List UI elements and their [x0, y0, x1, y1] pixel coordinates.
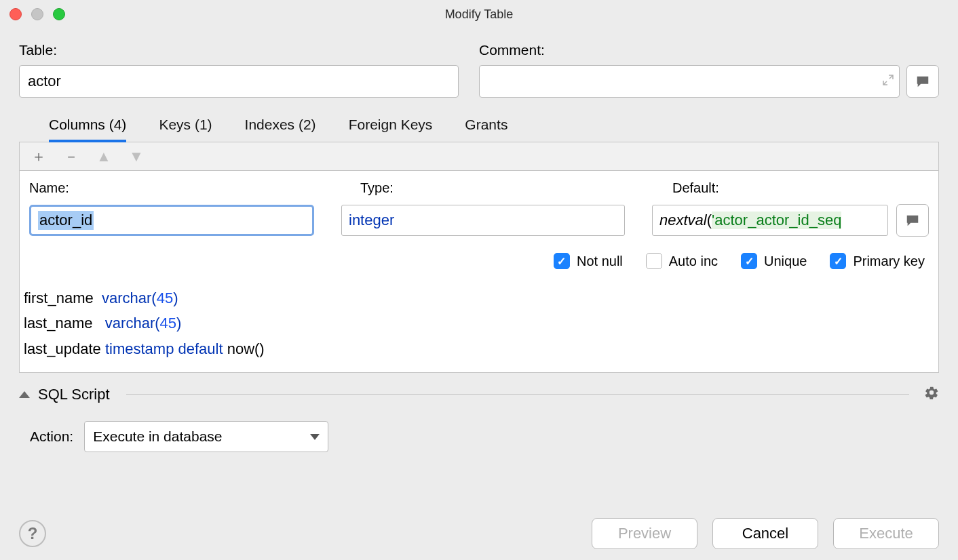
remove-icon[interactable]: －	[63, 148, 79, 165]
checkbox-checked-icon	[830, 253, 846, 269]
table-name-input[interactable]	[19, 65, 459, 98]
primarykey-label: Primary key	[853, 254, 925, 269]
move-up-icon[interactable]: ▲	[96, 148, 112, 165]
checkbox-checked-icon	[554, 253, 570, 269]
help-button[interactable]: ?	[19, 520, 46, 547]
comment-input[interactable]	[479, 65, 900, 98]
column-name-header: Name:	[29, 180, 333, 196]
titlebar: Modify Table	[0, 0, 958, 28]
primarykey-checkbox[interactable]: Primary key	[830, 253, 925, 269]
table-label: Table:	[19, 42, 459, 58]
list-item[interactable]: last_update timestamp default now()	[24, 336, 934, 361]
list-item[interactable]: last_name varchar(45)	[24, 311, 934, 336]
default-paren: (	[707, 212, 712, 229]
checkbox-checked-icon	[741, 253, 757, 269]
column-type-header: Type:	[360, 180, 645, 196]
add-icon[interactable]: ＋	[31, 148, 47, 165]
action-label: Action:	[30, 428, 73, 445]
column-name-value: actor_id	[38, 211, 94, 230]
comment-dialog-button[interactable]	[906, 65, 939, 98]
unique-checkbox[interactable]: Unique	[741, 253, 807, 269]
window-title: Modify Table	[0, 7, 958, 22]
autoinc-label: Auto inc	[669, 254, 718, 269]
default-fn: nextval	[659, 212, 707, 229]
unique-label: Unique	[764, 254, 807, 269]
checkbox-unchecked-icon	[646, 253, 662, 269]
expand-icon[interactable]	[883, 75, 894, 88]
column-default-header: Default:	[672, 180, 929, 196]
preview-button[interactable]: Preview	[592, 518, 697, 549]
tab-keys[interactable]: Keys (1)	[159, 117, 212, 142]
gear-icon	[924, 385, 939, 400]
divider	[126, 394, 909, 395]
notnull-label: Not null	[577, 254, 623, 269]
action-select[interactable]: Execute in database	[84, 421, 328, 452]
column-name-input[interactable]: actor_id	[29, 205, 314, 236]
settings-button[interactable]	[924, 385, 939, 403]
collapse-toggle-icon[interactable]	[19, 391, 30, 398]
columns-list: first_name varchar(45) last_name varchar…	[20, 281, 938, 372]
cancel-button[interactable]: Cancel	[712, 518, 818, 549]
execute-button[interactable]: Execute	[833, 518, 939, 549]
sql-script-label: SQL Script	[38, 386, 110, 403]
speech-bubble-icon	[915, 74, 930, 89]
move-down-icon[interactable]: ▼	[128, 148, 145, 165]
notnull-checkbox[interactable]: Not null	[554, 253, 623, 269]
action-selected-value: Execute in database	[93, 428, 222, 445]
columns-panel: ＋ － ▲ ▼ Name: Type: Default: actor_id in…	[19, 142, 939, 373]
tab-grants[interactable]: Grants	[465, 117, 507, 142]
column-comment-button[interactable]	[896, 204, 929, 237]
comment-label: Comment:	[479, 42, 939, 58]
tab-columns[interactable]: Columns (4)	[49, 117, 126, 142]
column-type-value: integer	[349, 212, 394, 229]
panel-toolbar: ＋ － ▲ ▼	[20, 142, 938, 171]
speech-bubble-icon	[905, 213, 920, 228]
column-type-input[interactable]: integer	[341, 205, 625, 236]
default-str: 'actor_actor_id_seq	[712, 212, 841, 229]
chevron-down-icon	[310, 434, 320, 440]
list-item[interactable]: first_name varchar(45)	[24, 285, 934, 311]
tab-indexes[interactable]: Indexes (2)	[245, 117, 316, 142]
tabs: Columns (4) Keys (1) Indexes (2) Foreign…	[19, 117, 939, 142]
tab-foreign-keys[interactable]: Foreign Keys	[349, 117, 433, 142]
column-default-input[interactable]: nextval('actor_actor_id_seq	[652, 205, 888, 236]
autoinc-checkbox[interactable]: Auto inc	[646, 253, 718, 269]
